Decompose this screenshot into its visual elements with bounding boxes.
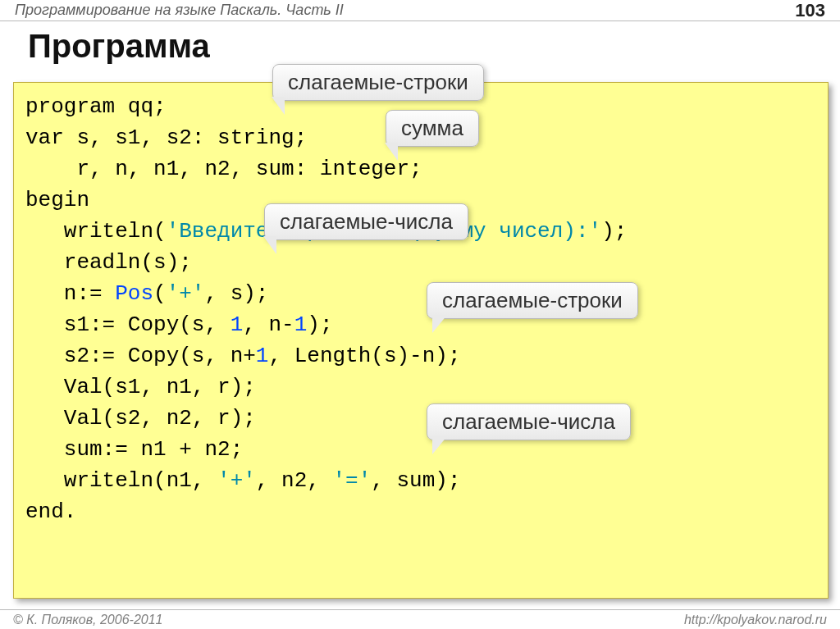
- callout-tail-icon: [385, 143, 398, 161]
- code-func: Pos: [115, 281, 153, 306]
- code-line: r, n, n1, n2, sum: integer;: [25, 157, 422, 181]
- footer-url: http://kpolyakov.narod.ru: [684, 613, 827, 627]
- code-line: Val(s2, n2, r);: [25, 406, 256, 431]
- code-line: var s, s1, s2: string;: [25, 125, 307, 150]
- code-line: writeln(n1, '+', n2, '=', sum);: [25, 468, 461, 493]
- slide-title: Программа: [0, 21, 840, 70]
- callout-label: слагаемые-числа: [280, 209, 453, 234]
- callout-tail-icon: [263, 236, 276, 254]
- code-line: Val(s1, n1, r);: [25, 375, 256, 399]
- code-number: 1: [256, 344, 269, 368]
- code-string: '+': [217, 468, 256, 493]
- callout-addends-numbers: слагаемые-числа: [264, 203, 468, 240]
- code-line: s1:= Copy(s, 1, n-1);: [25, 312, 333, 337]
- slide-subtitle: Программирование на языке Паскаль. Часть…: [15, 2, 344, 19]
- callout-label: сумма: [401, 116, 463, 140]
- callout-label: слагаемые-строки: [288, 70, 468, 94]
- callout-addends-numbers-2: слагаемые-числа: [427, 403, 631, 440]
- slide-page-number: 103: [795, 0, 825, 21]
- callout-tail-icon: [432, 436, 447, 454]
- code-line: sum:= n1 + n2;: [25, 437, 243, 462]
- slide-footer: © К. Поляков, 2006-2011 http://kpolyakov…: [0, 609, 840, 629]
- code-line: begin: [25, 188, 89, 212]
- code-string: '=': [332, 468, 371, 493]
- code-line: end.: [25, 499, 76, 524]
- code-line: n:= Pos('+', s);: [25, 281, 268, 306]
- callout-tail-icon: [272, 97, 285, 115]
- callout-label: слагаемые-строки: [442, 288, 623, 312]
- code-line: program qq;: [25, 94, 167, 119]
- callout-label: слагаемые-числа: [442, 409, 615, 434]
- code-line: s2:= Copy(s, n+1, Length(s)-n);: [25, 344, 461, 368]
- code-number: 1: [231, 312, 244, 337]
- callout-sum: сумма: [386, 110, 479, 147]
- footer-copyright: © К. Поляков, 2006-2011: [13, 613, 162, 627]
- callout-tail-icon: [432, 315, 447, 333]
- callout-addends-strings-2: слагаемые-строки: [427, 282, 638, 319]
- code-box: program qq; var s, s1, s2: string; r, n,…: [13, 82, 829, 599]
- code-string: '+': [167, 281, 205, 306]
- slide-header: Программирование на языке Паскаль. Часть…: [0, 0, 840, 21]
- code-number: 1: [294, 312, 308, 337]
- callout-addends-strings: слагаемые-строки: [272, 64, 484, 101]
- code-line: readln(s);: [25, 250, 192, 275]
